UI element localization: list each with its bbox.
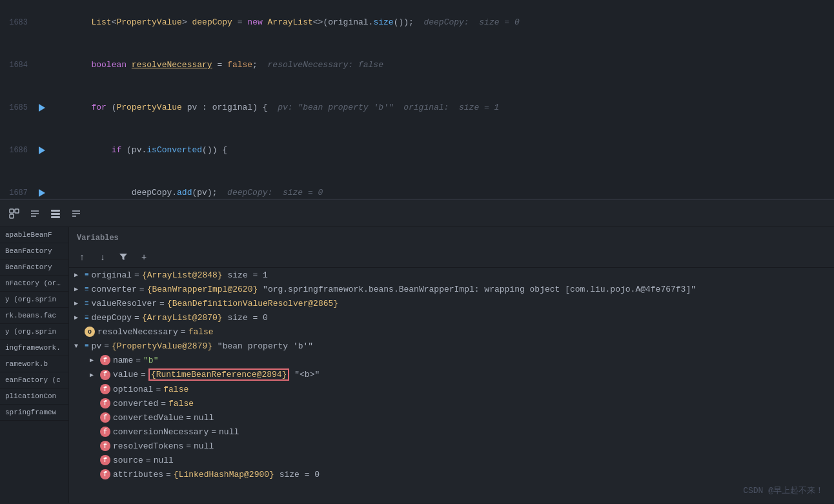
expand-icon-pv-conversionnecessary[interactable] [90, 428, 100, 436]
variables-toggle-button[interactable] [48, 206, 63, 221]
variables-panel: apableBeanF BeanFactory BeanFactory nFac… [0, 227, 834, 503]
code-line-1684: 1684 boolean resolveNecessary = false; r… [0, 44, 834, 86]
expand-icon-resolvenecessary[interactable] [74, 328, 85, 336]
expand-icon-valueresolver[interactable]: ▶ [74, 299, 85, 307]
expand-icon-deepcopy[interactable]: ▶ [74, 314, 85, 321]
expand-icon-original[interactable]: ▶ [74, 271, 85, 279]
field-icon-o-resolvenecessary: o [85, 327, 95, 337]
code-line-1683: 1683 List<PropertyValue> deepCopy = new … [0, 1, 834, 44]
var-row-pv-convertedvalue[interactable]: f convertedValue = null [69, 410, 834, 425]
sidebar-tab-yorg[interactable]: y (org.sprin [0, 292, 68, 308]
var-row-pv-attributes[interactable]: f attributes = {LinkedHashMap@2900} size… [69, 467, 834, 481]
field-icon-f-attributes: f [100, 469, 110, 479]
svg-rect-7 [51, 213, 60, 215]
bookmark-icon-3 [39, 189, 45, 197]
restore-layout-button[interactable] [6, 206, 22, 221]
var-row-pv-converted[interactable]: f converted = false [69, 396, 834, 410]
code-line-1685: 1685 for (PropertyValue pv : original) {… [0, 86, 834, 129]
code-lines: 1683 List<PropertyValue> deepCopy = new … [0, 0, 834, 200]
expand-icon-pv-convertedvalue[interactable] [90, 414, 100, 421]
var-row-resolvenecessary[interactable]: o resolveNecessary = false [69, 325, 834, 339]
field-icon-f-resolvedtokens: f [100, 441, 110, 451]
frames-button[interactable] [27, 206, 43, 221]
field-icon-f-source: f [100, 455, 110, 465]
sidebar-tab-nfactory[interactable]: nFactory (org. [0, 276, 68, 292]
scroll-down-button[interactable]: ↓ [95, 249, 110, 265]
var-row-pv-conversionnecessary[interactable]: f conversionNecessary = null [69, 425, 834, 439]
sidebar-tab-yorg2[interactable]: y (org.sprin [0, 324, 68, 340]
field-icon-f-converted: f [100, 398, 110, 408]
var-row-pv-value[interactable]: ▶ f value = {RuntimeBeanReference@2894} … [69, 367, 834, 382]
var-row-pv-optional[interactable]: f optional = false [69, 382, 834, 396]
sidebar-tab-beanfactory2[interactable]: BeanFactory [0, 259, 68, 276]
bookmark-icon-2 [39, 146, 45, 154]
variables-content[interactable]: Variables ↑ ↓ + ▶ ≡ original = {ArrayLis… [69, 227, 834, 503]
sidebar-tab-eanfactory[interactable]: eanFactory (c [0, 372, 68, 388]
expand-icon-pv-optional[interactable] [90, 386, 100, 393]
var-row-pv-name[interactable]: ▶ f name = "b" [69, 353, 834, 367]
sidebar-tab-rkbeans[interactable]: rk.beans.fac [0, 308, 68, 324]
var-row-deepcopy[interactable]: ▶ ≡ deepCopy = {ArrayList@2870} size = 0 [69, 310, 834, 325]
expand-icon-pv-name[interactable]: ▶ [90, 356, 100, 364]
sidebar-tab-springframew[interactable]: springframew [0, 405, 68, 421]
svg-rect-1 [15, 209, 19, 213]
field-icon-f-conversionnecessary: f [100, 427, 110, 437]
sidebar-tab-plication[interactable]: plicationCon [0, 388, 68, 405]
svg-rect-2 [10, 214, 14, 218]
filter-button[interactable] [116, 249, 131, 265]
sidebar-tab-ingframework[interactable]: ingframework. [0, 340, 68, 356]
expand-icon-pv-source[interactable] [90, 457, 100, 464]
var-row-original[interactable]: ▶ ≡ original = {ArrayList@2848} size = 1 [69, 268, 834, 282]
sidebar-tab-ramework[interactable]: ramework.b [0, 356, 68, 372]
field-icon-f-convertedvalue: f [100, 412, 110, 423]
var-row-pv-resolvedtokens[interactable]: f resolvedTokens = null [69, 439, 834, 453]
bookmark-icon [39, 104, 45, 112]
code-line-1687: 1687 deepCopy.add(pv); deepCopy: size = … [0, 172, 834, 200]
debugger-toolbar [0, 200, 834, 227]
code-editor: 1683 List<PropertyValue> deepCopy = new … [0, 0, 834, 200]
expand-icon-pv[interactable]: ▼ [74, 343, 85, 350]
scroll-up-button[interactable]: ↑ [74, 249, 90, 265]
sidebar-tab-beanfactory1[interactable]: BeanFactory [0, 243, 68, 259]
svg-rect-6 [51, 210, 60, 212]
expand-icon-pv-value[interactable]: ▶ [90, 371, 100, 379]
expand-icon-pv-resolvedtokens[interactable] [90, 443, 100, 450]
variables-header: Variables [69, 230, 834, 247]
svg-rect-0 [10, 209, 14, 213]
expand-icon-pv-attributes[interactable] [90, 471, 100, 478]
add-watch-button[interactable]: + [136, 249, 152, 265]
var-row-pv-source[interactable]: f source = null [69, 453, 834, 467]
code-line-1686: 1686 if (pv.isConverted()) { [0, 129, 834, 172]
expand-icon-pv-converted[interactable] [90, 400, 100, 407]
var-row-pv[interactable]: ▼ ≡ pv = {PropertyValue@2879} "bean prop… [69, 339, 834, 353]
expand-icon-converter[interactable]: ▶ [74, 285, 85, 293]
field-icon-f-optional: f [100, 384, 110, 394]
field-icon-f-name: f [100, 355, 110, 365]
sidebar-tabs: apableBeanF BeanFactory BeanFactory nFac… [0, 227, 69, 503]
watermark: CSDN @早上起不来！ [743, 485, 824, 496]
var-row-converter[interactable]: ▶ ≡ converter = {BeanWrapperImpl@2620} "… [69, 282, 834, 296]
watches-button[interactable] [68, 206, 84, 221]
var-row-valueresolver[interactable]: ▶ ≡ valueResolver = {BeanDefinitionValue… [69, 296, 834, 310]
sidebar-tab-apablebean[interactable]: apableBeanF [0, 227, 68, 243]
field-icon-f-value: f [100, 370, 110, 380]
svg-rect-8 [51, 216, 60, 218]
